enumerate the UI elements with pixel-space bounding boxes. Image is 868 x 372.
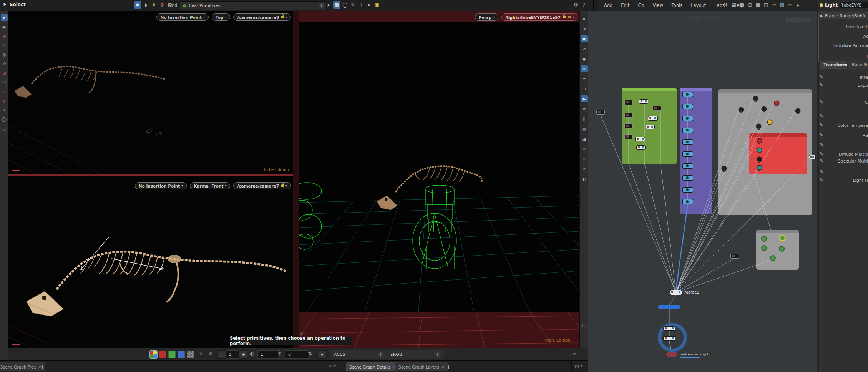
secure-select-icon[interactable]: ➤ — [325, 1, 332, 9]
camera-view-icon[interactable]: ➤ — [581, 15, 588, 22]
add-light-icon[interactable]: ✛ — [581, 75, 588, 82]
viewport-top[interactable]: No Insertion Point▾ Top▾ /cameras/camera… — [8, 11, 293, 174]
camera-dropdown[interactable]: /cameras/camera8▾ — [233, 13, 291, 21]
menu-go[interactable]: Go — [638, 3, 644, 8]
edit-expression-icon[interactable]: ✎ — [820, 133, 823, 138]
shade-icon[interactable]: ◐ — [581, 175, 588, 182]
edit-expression-icon[interactable]: ✎ — [820, 158, 823, 163]
insertion-point-dropdown[interactable]: No Insertion Point▾ — [135, 182, 187, 189]
edit-expression-icon[interactable]: ✎ — [820, 75, 823, 80]
viewport-persp[interactable]: Persp▾ /lights/lobeEVYBOK1a57▾ — [299, 11, 579, 348]
add-tab-button[interactable]: + — [445, 363, 453, 370]
light-bulb-node[interactable] — [722, 166, 726, 171]
dim-display-icon[interactable]: ✳ — [199, 351, 203, 357]
pane-menu-control[interactable]: ▤ ▾ — [573, 352, 579, 357]
light-node[interactable] — [683, 164, 693, 168]
circle-tool-icon[interactable]: ◯ — [1, 116, 8, 123]
bowl-tool-icon[interactable]: ◡ — [1, 125, 8, 132]
windows-icon[interactable]: ◱ — [762, 1, 770, 9]
view-type-dropdown[interactable]: Top▾ — [212, 13, 231, 21]
light-node[interactable] — [683, 92, 693, 97]
light-node[interactable] — [683, 140, 693, 144]
network-editor[interactable]: Indie Edition Solaris merge1 usdrender_r… — [588, 11, 817, 372]
light-node[interactable] — [683, 128, 693, 133]
view-transform-spinner-icon[interactable]: ↕ — [435, 352, 440, 357]
contrast-field[interactable]: 1 — [257, 350, 280, 359]
lop-node[interactable] — [809, 155, 815, 159]
light-node[interactable] — [683, 116, 693, 121]
contrast-icon[interactable]: ◐ — [250, 351, 254, 357]
edit-expression-icon[interactable]: ✎ — [820, 151, 823, 156]
geometry-node[interactable] — [780, 236, 785, 240]
light-bulb-node[interactable] — [762, 107, 766, 111]
edit-expression-icon[interactable]: ✎ — [820, 83, 823, 88]
gamma-icon[interactable]: ✳ — [277, 351, 282, 357]
pick-select-icon[interactable]: ➤ — [365, 1, 373, 9]
menu-view[interactable]: View — [653, 3, 663, 8]
viewport-splitter-vertical[interactable] — [293, 11, 299, 348]
light-bulb-node[interactable] — [757, 157, 762, 161]
light-node[interactable] — [683, 199, 693, 204]
red-channel-icon[interactable] — [159, 351, 166, 358]
colorspace-spinner-icon[interactable]: ↕ — [378, 352, 383, 357]
brush-select-icon[interactable]: ✎ — [349, 1, 357, 9]
help-icon[interactable]: ? — [580, 1, 588, 9]
clay-tool-icon[interactable]: ◆ — [1, 97, 8, 104]
display-dropdown-icon[interactable]: ▾ — [317, 350, 327, 359]
line-select-icon[interactable]: ∖ — [357, 1, 365, 9]
view-transform-dropdown[interactable]: sRGB ↕ — [387, 350, 444, 359]
lock-icon[interactable]: ▣ — [1, 23, 8, 30]
no-selection-icon[interactable]: ⊘ — [581, 45, 588, 52]
pause-icon[interactable]: ∥ — [581, 115, 588, 122]
pan-hand-icon[interactable]: ✥ — [581, 105, 588, 112]
bright-display-icon[interactable]: ✳ — [208, 351, 212, 357]
display-options-icon[interactable]: ▦ — [581, 125, 588, 132]
camera-node[interactable] — [625, 100, 632, 105]
pose-tool-icon[interactable]: ✿ — [1, 60, 8, 67]
close-tab-icon[interactable]: ✕ — [442, 365, 445, 369]
pane-menu-control[interactable]: ▤ ▾ — [329, 364, 335, 369]
pane-menu-control[interactable]: ▤ ▾ — [575, 364, 582, 369]
render-region-icon[interactable]: ◉ — [581, 55, 588, 62]
menu-tools[interactable]: Tools — [672, 3, 682, 8]
frame-range-fold[interactable]: ▶ Frame Range/Subfr — [820, 12, 868, 19]
scale-tool-icon[interactable]: ◍ — [1, 51, 8, 58]
add-image-icon[interactable]: ▨ — [778, 1, 786, 9]
lop-node[interactable] — [664, 327, 675, 330]
edit-expression-icon[interactable]: ✎ — [820, 123, 823, 128]
light-node[interactable] — [683, 104, 693, 109]
camera-node[interactable] — [625, 135, 632, 139]
snapshot-icon[interactable]: ▣ — [373, 1, 381, 9]
edit-expression-icon[interactable]: ✎ — [820, 169, 823, 174]
camera-node[interactable] — [653, 106, 661, 110]
gem-icon[interactable]: ◇ — [581, 155, 588, 162]
light-bulb-node[interactable] — [757, 166, 762, 170]
list-view-icon[interactable]: ▤ — [738, 1, 745, 9]
camera-node[interactable] — [625, 124, 632, 128]
sculpt-tool-icon[interactable]: ◠ — [1, 79, 8, 86]
color-correction-icon[interactable] — [150, 351, 157, 358]
menu-add[interactable]: Add — [604, 3, 612, 8]
blue-channel-icon[interactable] — [178, 351, 185, 358]
kind-dropdown[interactable]: ✿ Leaf Primitives ↕ — [180, 1, 327, 10]
tab-transform[interactable]: Transform — [820, 61, 847, 69]
light-node[interactable] — [683, 188, 693, 192]
tab-base-properties[interactable]: Base Pr — [848, 61, 868, 69]
mirror-tool-icon[interactable]: ∞ — [1, 106, 8, 113]
node-name-field[interactable]: lobeEVYB — [840, 2, 868, 8]
panel-scrollbar[interactable] — [817, 11, 819, 372]
light-bulb-node[interactable] — [775, 101, 779, 105]
alpha-checker-icon[interactable] — [187, 351, 194, 358]
viewport-front[interactable]: No Insertion Point▾ Karma Front▾ /camera… — [8, 176, 293, 348]
geometry-node[interactable] — [762, 237, 766, 241]
sticky-note-icon[interactable]: ▱ — [770, 1, 778, 9]
collapsed-network-box[interactable] — [658, 305, 680, 309]
geometry-node[interactable] — [762, 246, 766, 250]
rotate-tool-icon[interactable]: ↻ — [1, 42, 8, 49]
lop-node[interactable] — [636, 137, 645, 141]
reset-display-icon[interactable]: ⇅ — [308, 351, 312, 357]
translate-tool-icon[interactable]: ✛ — [1, 33, 8, 40]
camera-dropdown[interactable]: /cameras/camera7▾ — [233, 182, 291, 189]
select-tool-icon[interactable]: ➤ — [1, 14, 8, 21]
background-icon[interactable]: ✳ — [581, 165, 588, 172]
